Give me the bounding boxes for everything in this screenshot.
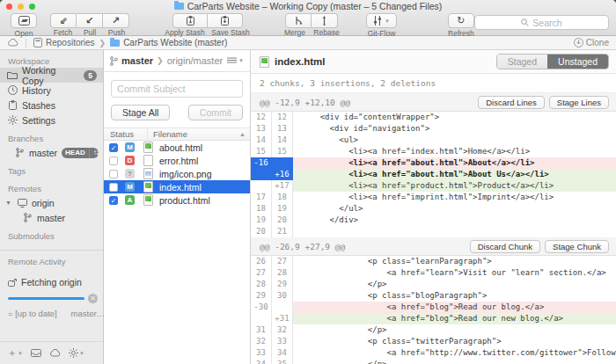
stage-checkbox[interactable] — [109, 157, 118, 165]
column-status[interactable]: Status — [104, 129, 148, 139]
diff-line[interactable]: 1212 <div id="contentWrapper"> — [251, 112, 616, 123]
push-button[interactable]: ↗ — [103, 13, 129, 28]
clone-button[interactable]: Clone — [574, 38, 609, 47]
stage-chunk-button[interactable]: Stage Lines — [549, 96, 609, 109]
code-text: <p class="learnParagraph"> — [293, 256, 616, 267]
chunk-range: @@ -26,9 +27,9 @@ — [260, 242, 345, 251]
close-window-button[interactable] — [6, 4, 12, 10]
file-row[interactable]: Mindex.html — [104, 180, 250, 193]
diff-line[interactable]: 2627 <p class="learnParagraph"> — [251, 256, 616, 267]
gitflow-button[interactable]: ▼ — [366, 13, 397, 28]
column-filename[interactable]: Filename — [148, 129, 250, 139]
diff-line[interactable]: 1414 <ul> — [251, 135, 616, 146]
save-stash-button[interactable] — [208, 13, 243, 28]
disclosure-triangle-icon[interactable]: ▼ — [5, 200, 12, 206]
diff-line[interactable]: 1920 </div> — [251, 215, 616, 226]
refresh-button[interactable]: ↻ — [448, 13, 474, 28]
commit-subject-input[interactable] — [111, 80, 243, 98]
discard-chunk-button[interactable]: Discard Chunk — [470, 240, 540, 253]
sidebar-item-settings[interactable]: Settings — [0, 113, 103, 127]
diff-line[interactable]: 1718 <li><a href="imprint.html">Imprint<… — [251, 192, 616, 203]
cloud-icon[interactable] — [7, 39, 18, 47]
diff-line[interactable]: 2021 — [251, 226, 616, 237]
new-line-number: 29 — [272, 279, 293, 290]
stage-checkbox[interactable]: ✓ — [109, 143, 118, 152]
cancel-fetch-button[interactable]: ✕ — [88, 294, 98, 303]
diff-line[interactable]: +17 <li><a href="product.html">Product</… — [251, 180, 616, 192]
new-line-number: 30 — [272, 290, 293, 302]
old-line-number: 27 — [251, 267, 272, 279]
diff-line[interactable]: +31 <a href="blog">Read our new blog.</a… — [251, 313, 616, 324]
diff-line[interactable]: 2829 </p> — [251, 279, 616, 290]
diff-line[interactable]: 3435 </p> — [251, 359, 616, 364]
diff-line[interactable]: 3132 </p> — [251, 324, 616, 336]
diff-line[interactable]: 1819 </ul> — [251, 203, 616, 215]
sidebar-item-remote-master[interactable]: master — [0, 210, 103, 225]
apply-stash-button[interactable] — [172, 13, 208, 28]
breadcrumb-repo[interactable]: CarParts Website (master) — [110, 38, 227, 47]
html-file-icon — [143, 181, 153, 193]
search-input[interactable]: Search — [474, 15, 609, 30]
code-text: </div> — [293, 215, 616, 226]
stage-checkbox[interactable] — [109, 183, 118, 192]
old-line-number: 34 — [251, 359, 272, 364]
new-line-number: +17 — [272, 180, 293, 192]
stage-all-button[interactable]: Stage All — [111, 105, 170, 120]
add-repository-button[interactable]: ＋▼ — [7, 346, 23, 360]
sidebar-item-branch-master[interactable]: master HEAD ↑2 — [0, 145, 103, 160]
commit-button[interactable]: Commit — [188, 105, 243, 120]
file-row[interactable]: Derror.html — [104, 154, 250, 167]
diff-line[interactable]: -16 <li><a href="about.html">About</a></… — [251, 157, 616, 169]
current-branch[interactable]: master — [121, 55, 153, 66]
cloud-services-button[interactable] — [49, 349, 61, 357]
diff-line[interactable]: 1313 <div id="navigation"> — [251, 123, 616, 135]
folder-icon — [7, 71, 18, 79]
stage-chunk-button[interactable]: Stage Chunk — [545, 240, 609, 253]
settings-menu-button[interactable]: ▼ — [69, 348, 84, 358]
file-name: error.html — [159, 156, 198, 166]
inbox-icon[interactable] — [31, 349, 41, 357]
view-options-button[interactable]: ▼ — [227, 57, 244, 64]
sidebar-item-working-copy[interactable]: Working Copy 5 — [0, 68, 103, 83]
stage-checkbox[interactable] — [109, 170, 118, 178]
sidebar-item-stashes[interactable]: Stashes — [0, 98, 103, 113]
chunk-header: @@ -12,9 +12,10 @@Discard LinesStage Lin… — [251, 93, 616, 112]
rebase-button[interactable] — [312, 13, 338, 28]
new-line-number: 27 — [272, 256, 293, 267]
new-line-number: 20 — [272, 215, 293, 226]
file-row[interactable]: ?img/icon.png — [104, 167, 250, 180]
code-text: <a href="http://www.twitter.com/gittower… — [293, 347, 616, 359]
diff-line[interactable]: -30 <a href="blog">Read our blog.</a> — [251, 302, 616, 313]
code-text: </p> — [293, 279, 616, 290]
breadcrumb-repositories[interactable]: Repositories — [33, 38, 95, 47]
code-text: <ul> — [293, 135, 616, 146]
diff-line[interactable]: 1515 <li><a href="index.html">Home</a></… — [251, 146, 616, 157]
sidebar: Workspace Working Copy 5 History Stashes — [0, 50, 104, 364]
staged-segment[interactable]: Staged — [497, 55, 547, 69]
merge-button[interactable] — [285, 13, 312, 28]
upstream-branch[interactable]: origin/master — [167, 55, 224, 66]
new-line-number: 15 — [272, 146, 293, 157]
sidebar-item-remote-origin[interactable]: ▼ origin — [0, 195, 103, 210]
diff-line[interactable]: 3334 <a href="http://www.twitter.com/git… — [251, 347, 616, 359]
file-row[interactable]: ✓Aproduct.html — [104, 193, 250, 207]
diff-line[interactable]: 2930 <p class="blogParagraph"> — [251, 290, 616, 302]
fetch-button[interactable]: ⇙ — [50, 13, 77, 28]
open-icon — [18, 16, 30, 25]
diff-line[interactable]: 3233 <p class="twitterParagraph"> — [251, 336, 616, 347]
new-line-number: 35 — [272, 359, 293, 364]
diff-line[interactable]: 2728 <a href="learn">Visit our "learn" s… — [251, 267, 616, 279]
sidebar-bottom-bar: ＋▼ ▼ — [0, 341, 103, 364]
zoom-window-button[interactable] — [29, 4, 35, 10]
discard-chunk-button[interactable]: Discard Lines — [478, 96, 545, 109]
new-line-number: 14 — [272, 135, 293, 146]
minimize-window-button[interactable] — [18, 4, 24, 10]
diff-line[interactable]: +16 <li><a href="about.html">About Us</a… — [251, 169, 616, 180]
open-button[interactable]: Open — [11, 13, 37, 38]
chunk-buttons: Discard ChunkStage Chunk — [470, 240, 609, 253]
unstaged-segment[interactable]: Unstaged — [547, 55, 608, 69]
status-badge: M — [125, 182, 135, 192]
pull-button[interactable]: ↙ — [77, 13, 103, 28]
file-row[interactable]: ✓Mabout.html — [104, 141, 250, 154]
stage-checkbox[interactable]: ✓ — [109, 196, 118, 205]
